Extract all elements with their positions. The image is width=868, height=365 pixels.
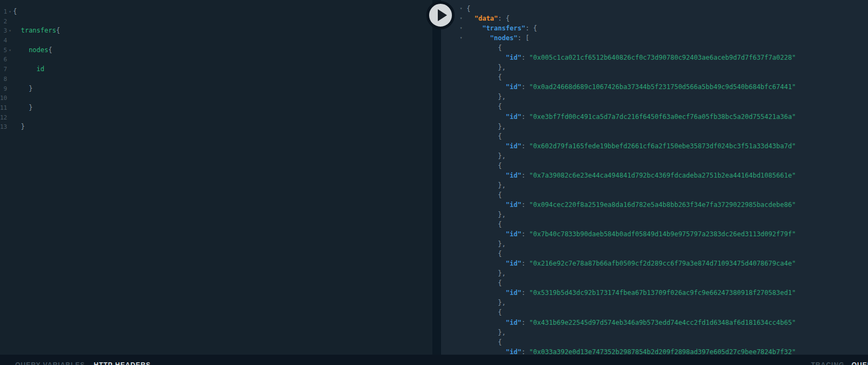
code-token: { xyxy=(467,338,502,346)
response-line[interactable]: "id": "0xe3bf7fd00c491ca5d7a7dc216f6450f… xyxy=(441,112,868,122)
response-line[interactable]: "id": "0x0ad24668d689c1067426ba37344b5f2… xyxy=(441,82,868,92)
code-token: { xyxy=(467,191,502,199)
query-line[interactable]: 5▾ nodes{ xyxy=(0,46,432,55)
response-line[interactable]: ▾ "transfers": { xyxy=(441,23,868,33)
query-line[interactable]: 3▾ transfers{ xyxy=(0,26,432,36)
response-line[interactable]: "id": "0x7b40c7833b90daeb584b0adf05849d1… xyxy=(441,229,868,239)
fold-arrow-icon[interactable]: ▾ xyxy=(457,4,465,14)
fold-arrow-icon[interactable]: ▾ xyxy=(457,23,465,33)
fold-arrow-icon[interactable]: ▾ xyxy=(7,46,13,55)
line-number: 6 xyxy=(0,55,7,65)
response-line[interactable]: "id": "0x7a39082c6e23e44ca494841d792bc43… xyxy=(441,171,868,180)
code-token xyxy=(467,172,506,179)
execute-query-button[interactable] xyxy=(426,1,455,29)
response-line[interactable]: }, xyxy=(441,180,868,190)
response-line[interactable]: ▾ "nodes": [ xyxy=(441,33,868,43)
query-line[interactable]: 12 xyxy=(0,113,432,123)
code-token: { xyxy=(467,309,502,316)
response-line[interactable]: { xyxy=(441,72,868,82)
code-token: }, xyxy=(467,93,506,100)
response-line[interactable]: }, xyxy=(441,122,868,131)
response-line[interactable]: }, xyxy=(441,298,868,307)
response-line[interactable]: ▾ "data": { xyxy=(441,14,868,23)
response-line[interactable]: { xyxy=(441,337,868,347)
query-editor-pane[interactable]: 1▾{2 3▾ transfers{4 5▾ nodes{6 7 id8 9 }… xyxy=(0,0,432,365)
response-line[interactable]: { xyxy=(441,102,868,111)
code-token: "id" xyxy=(506,289,521,297)
code-token: "nodes" xyxy=(490,34,518,42)
response-line[interactable]: { xyxy=(441,161,868,171)
code-token: : xyxy=(521,142,529,150)
code-token: }, xyxy=(467,181,506,189)
code-token: "id" xyxy=(506,54,521,61)
query-line[interactable]: 1▾{ xyxy=(0,7,432,17)
response-line[interactable]: "id": "0x431b69e22545d97d574eb346a9b573e… xyxy=(441,318,868,328)
code-token: { xyxy=(56,27,60,34)
query-line[interactable]: 6 xyxy=(0,55,432,65)
response-viewer[interactable]: ▾{▾ "data": {▾ "transfers": {▾ "nodes": … xyxy=(441,0,868,365)
code-token: : xyxy=(521,113,529,121)
query-variables-tab[interactable]: QUERY VARIABLES xyxy=(15,361,85,365)
response-pane[interactable]: ▾{▾ "data": {▾ "transfers": {▾ "nodes": … xyxy=(441,0,868,365)
code-token: { xyxy=(467,73,502,81)
query-line[interactable]: 13 } xyxy=(0,122,432,132)
code-token: { xyxy=(467,133,502,140)
query-line[interactable]: 7 id xyxy=(0,65,432,74)
code-token: id xyxy=(13,65,44,73)
code-token: "id" xyxy=(506,83,521,91)
code-token: }, xyxy=(467,269,506,277)
response-line[interactable]: { xyxy=(441,307,868,317)
response-line[interactable]: ▾{ xyxy=(441,4,868,14)
response-line[interactable]: }, xyxy=(441,210,868,219)
query-editor[interactable]: 1▾{2 3▾ transfers{4 5▾ nodes{6 7 id8 9 }… xyxy=(0,0,432,132)
response-line[interactable]: }, xyxy=(441,239,868,249)
code-token: : { xyxy=(525,24,537,32)
fold-arrow-icon[interactable]: ▾ xyxy=(457,14,465,23)
response-line[interactable]: { xyxy=(441,249,868,259)
response-line[interactable]: }, xyxy=(441,62,868,72)
response-line[interactable]: "id": "0x602d79fa165fede19bbefd2661cf6a2… xyxy=(441,141,868,151)
response-line[interactable]: "id": "0x216e92c7e78a87b66afb0509cf2d289… xyxy=(441,259,868,268)
code-token: } xyxy=(13,104,33,111)
response-line[interactable]: }, xyxy=(441,151,868,161)
code-token: { xyxy=(467,5,470,12)
query-plan-tab[interactable]: QUERY PLAN xyxy=(852,361,868,365)
fold-gutter-spacer xyxy=(7,65,13,74)
fold-arrow-icon[interactable]: ▾ xyxy=(7,26,13,36)
response-line[interactable]: }, xyxy=(441,328,868,337)
query-line[interactable]: 11 } xyxy=(0,103,432,113)
response-line[interactable]: { xyxy=(441,190,868,200)
query-line[interactable]: 10 xyxy=(0,93,432,103)
query-line[interactable]: 8 xyxy=(0,74,432,84)
response-line[interactable]: "id": "0x094cec220f8a2519ea8da16d782e5a4… xyxy=(441,200,868,210)
response-line[interactable]: { xyxy=(441,219,868,229)
pane-divider[interactable] xyxy=(432,0,441,365)
http-headers-tab[interactable]: HTTP HEADERS xyxy=(94,361,151,365)
query-line[interactable]: 9 } xyxy=(0,84,432,94)
query-line[interactable]: 2 xyxy=(0,17,432,27)
response-line[interactable]: { xyxy=(441,278,868,288)
line-number: 10 xyxy=(0,93,7,103)
tracing-tab[interactable]: TRACING xyxy=(811,361,845,365)
code-token: { xyxy=(467,279,502,287)
code-token: : xyxy=(521,319,529,326)
code-token: "id" xyxy=(506,201,521,209)
response-line[interactable]: }, xyxy=(441,268,868,278)
line-number: 1 xyxy=(0,7,7,17)
code-token: { xyxy=(467,221,502,228)
line-number: 7 xyxy=(0,65,7,74)
response-line[interactable]: { xyxy=(441,43,868,53)
code-token: : xyxy=(521,201,529,209)
response-line[interactable]: }, xyxy=(441,92,868,102)
code-token: } xyxy=(13,85,33,92)
fold-arrow-icon[interactable]: ▾ xyxy=(7,7,13,17)
response-line[interactable]: "id": "0x005c1ca021cf6512b640826cf0c73d9… xyxy=(441,53,868,62)
fold-arrow-icon[interactable]: ▾ xyxy=(457,33,465,43)
line-number: 13 xyxy=(0,122,7,132)
response-line[interactable]: { xyxy=(441,131,868,141)
fold-gutter-spacer xyxy=(7,17,13,27)
code-token: }, xyxy=(467,123,506,130)
code-token: { xyxy=(467,250,502,257)
response-line[interactable]: "id": "0x5319b5d43dc92b173174fbea67b1370… xyxy=(441,288,868,298)
query-line[interactable]: 4 xyxy=(0,36,432,46)
